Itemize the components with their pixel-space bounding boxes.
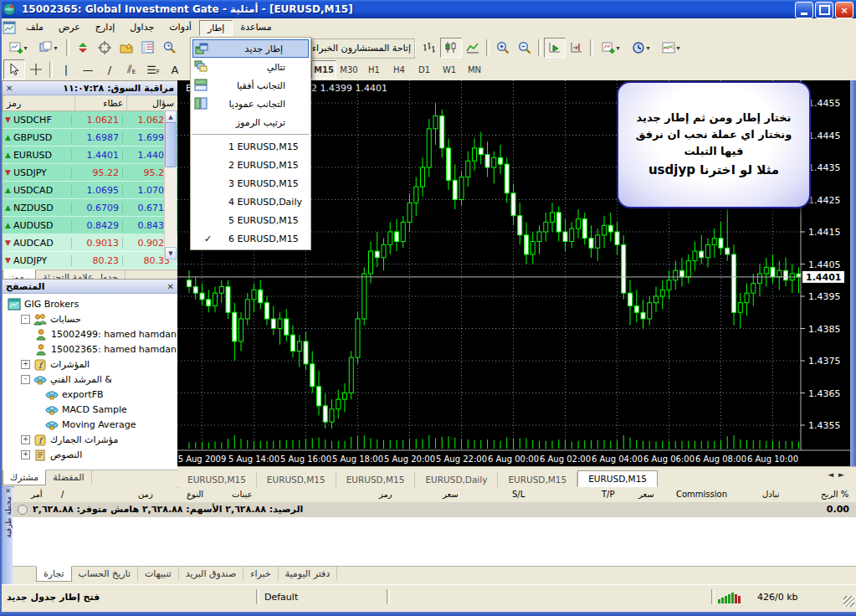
bar-chart-button[interactable] xyxy=(418,38,440,58)
new-chart-button[interactable]: ▾ xyxy=(3,38,33,58)
window-menu-item[interactable]: 4 EURUSD,Daily xyxy=(191,192,310,211)
market-watch-row[interactable]: ▼AUDJPY80.2380.33 xyxy=(3,252,177,270)
menu-item[interactable]: ملف xyxy=(18,20,51,36)
tree-item[interactable]: GIG Brokers xyxy=(4,296,176,311)
fibonacci-button[interactable]: ☰F xyxy=(142,59,164,80)
tree-item[interactable]: Moving Average xyxy=(4,417,176,432)
navigator-tab[interactable]: مشترك xyxy=(3,470,46,485)
terminal-column-header[interactable]: / xyxy=(61,490,64,499)
expand-plus-icon[interactable]: + xyxy=(21,360,30,369)
terminal-tab[interactable]: صندوق البريد xyxy=(179,567,243,581)
market-watch-row[interactable]: ▲USDCAD1.06951.0700 xyxy=(3,182,177,199)
hline-button[interactable]: — xyxy=(77,59,99,80)
channel-button[interactable]: ⫽E xyxy=(120,59,142,80)
scroll-thumb[interactable] xyxy=(165,122,177,167)
menu-item[interactable]: أدوات xyxy=(161,20,199,36)
collapse-minus-icon[interactable]: - xyxy=(21,315,30,324)
scroll-down-icon[interactable]: ▼ xyxy=(165,247,177,259)
tree-item[interactable]: -حسابات xyxy=(4,311,176,326)
minimize-button[interactable] xyxy=(795,2,813,18)
terminal-column-header[interactable]: زمن xyxy=(138,490,153,499)
text-tool-button[interactable]: A xyxy=(164,59,186,80)
timeframe-d1-button[interactable]: D1 xyxy=(412,60,437,79)
market-watch-row[interactable]: ▼AUDCAD0.90130.9025 xyxy=(3,234,177,252)
ask-column-header[interactable]: سؤال xyxy=(126,95,177,110)
menu-item[interactable]: جداول xyxy=(122,20,161,36)
market-watch-row[interactable]: ▲GBPUSD1.69871.6990 xyxy=(3,129,177,146)
terminal-column-header[interactable]: T/P xyxy=(602,490,615,499)
terminal-column-header[interactable]: أمر xyxy=(31,490,43,499)
tree-item[interactable]: MACD Sample xyxy=(4,402,176,417)
auto-scroll-button[interactable] xyxy=(544,38,566,58)
resize-grip[interactable] xyxy=(843,596,854,607)
terminal-column-header[interactable]: Commission xyxy=(676,490,727,499)
market-watch-close-icon[interactable]: ✕ xyxy=(6,84,13,93)
terminal-tab[interactable]: تاريخ الحساب xyxy=(72,567,138,581)
timeframe-w1-button[interactable]: W1 xyxy=(437,60,462,79)
bid-column-header[interactable]: عطاء xyxy=(74,95,126,110)
tree-item[interactable]: +fالمؤشرات xyxy=(4,357,176,372)
terminal-tab[interactable]: تجارة xyxy=(36,566,72,582)
terminal-column-header[interactable]: سعر xyxy=(443,490,459,499)
trendline-button[interactable]: / xyxy=(99,59,120,80)
menu-item[interactable]: مساعدة xyxy=(233,20,279,36)
market-watch-row[interactable]: ▼USDCHF1.06211.0624 xyxy=(3,111,177,129)
favorites-button[interactable] xyxy=(115,38,137,58)
zoom-out-button[interactable] xyxy=(514,38,536,58)
timeframe-h4-button[interactable]: H4 xyxy=(387,60,412,79)
terminal-column-header[interactable]: النوع xyxy=(187,490,203,499)
market-watch-scrollbar[interactable]: ▲ ▼ xyxy=(164,110,177,259)
new-order-button[interactable] xyxy=(72,38,94,58)
tree-item[interactable]: +fمؤشرات الجمارك xyxy=(4,432,176,447)
terminal-tab[interactable]: خبراء xyxy=(243,567,278,581)
enable-experts-button[interactable]: إتاحة المستشارون الخبراء xyxy=(311,38,415,59)
chart-tab[interactable]: EURUSD,M15 xyxy=(177,472,257,487)
chart-tab[interactable]: EURUSD,M15 xyxy=(498,472,577,487)
menu-item[interactable]: عرض xyxy=(51,20,88,36)
terminal-column-header[interactable]: S/L xyxy=(512,490,525,499)
terminal-tab[interactable]: دفتر اليومية xyxy=(279,567,338,581)
chart-tab[interactable]: EURUSD,M15 xyxy=(336,472,416,487)
window-menu-item[interactable]: ترتيب الرموز xyxy=(191,113,310,131)
scroll-up-icon[interactable]: ▲ xyxy=(165,110,177,123)
tree-item[interactable]: -المرشد الفني & xyxy=(4,372,176,387)
window-menu-item[interactable]: 1 EURUSD,M15 xyxy=(191,137,310,156)
candle-chart-button[interactable] xyxy=(440,38,462,58)
window-menu-item[interactable]: 3 EURUSD,M15 xyxy=(191,174,310,192)
chart-tab[interactable]: EURUSD,Daily xyxy=(415,472,498,487)
vline-button[interactable]: | xyxy=(55,59,77,80)
tree-item[interactable]: 15002365: hamed hamdan AL xyxy=(4,341,176,357)
expand-plus-icon[interactable]: + xyxy=(21,435,30,444)
navigator-close-icon[interactable]: ✕ xyxy=(167,282,174,291)
strategy-tester-button[interactable] xyxy=(159,38,181,58)
window-menu-item[interactable]: إطار جديد xyxy=(192,39,309,58)
indicators-button[interactable]: ▾ xyxy=(596,38,626,58)
chart-sys-icon[interactable] xyxy=(3,21,16,34)
terminal-column-header[interactable]: عينات xyxy=(232,490,252,499)
window-menu-item[interactable]: التجانب أفقيا xyxy=(191,76,310,95)
window-menu-item[interactable]: 5 EURUSD,M15 xyxy=(191,211,310,229)
terminal-column-header[interactable]: سعر xyxy=(638,490,654,499)
window-menu-item[interactable]: تتالي xyxy=(191,58,310,76)
menu-item[interactable]: إدارج xyxy=(88,20,122,36)
timeframe-m15-button[interactable]: M15 xyxy=(311,60,336,79)
window-menu-item[interactable]: التجانب عموديا xyxy=(191,95,310,113)
navigator-tab[interactable]: المفضلة xyxy=(46,470,91,485)
expand-plus-icon[interactable]: + xyxy=(21,450,30,459)
window-menu-item[interactable]: 2 EURUSD,M15 xyxy=(191,156,310,174)
menu-window[interactable]: إطار xyxy=(199,20,233,36)
market-watch-row[interactable]: ▲AUDUSD0.84290.8432 xyxy=(3,217,177,234)
collapse-minus-icon[interactable]: - xyxy=(21,375,30,384)
tree-item[interactable]: exportFB xyxy=(4,387,176,402)
chart-tab[interactable]: EURUSD,M15 xyxy=(257,472,336,487)
data-window-button[interactable] xyxy=(137,38,159,58)
crosshair-target-button[interactable] xyxy=(94,38,115,58)
crosshair-button[interactable] xyxy=(25,59,47,80)
line-chart-button[interactable] xyxy=(462,38,484,58)
profiles-button[interactable]: ▾ xyxy=(33,38,64,58)
terminal-tab[interactable]: تنبيهات xyxy=(138,567,179,581)
terminal-column-header[interactable]: تبادل xyxy=(762,490,780,499)
templates-button[interactable]: ▾ xyxy=(656,38,686,58)
market-watch-row[interactable]: ▼USDJPY95.2295.25 xyxy=(3,164,177,182)
timeframe-h1-button[interactable]: H1 xyxy=(361,60,387,79)
